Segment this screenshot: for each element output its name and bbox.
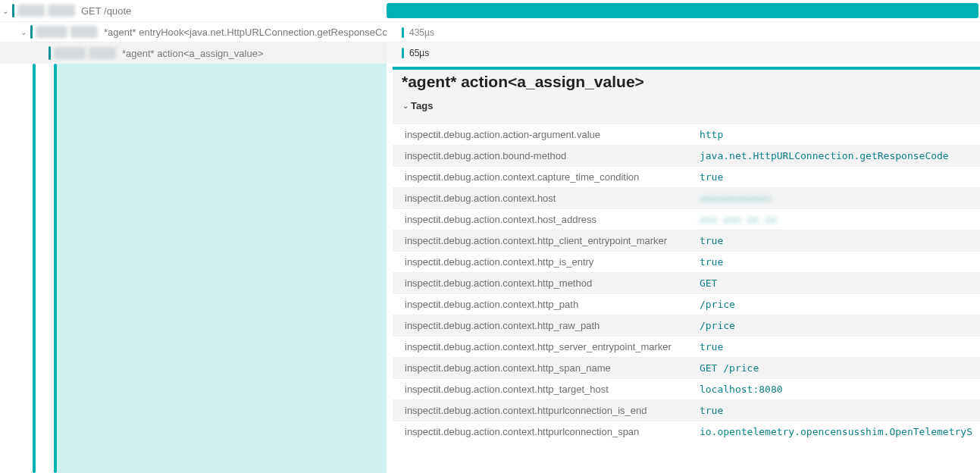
tag-key: inspectit.debug.action.bound-method bbox=[393, 146, 692, 167]
tree-fill bbox=[57, 64, 387, 473]
tag-row[interactable]: inspectit.debug.action.action-argument.v… bbox=[393, 124, 980, 146]
tag-value: io.opentelemetry.opencensusshim.OpenTele… bbox=[692, 421, 980, 443]
span-row[interactable]: ⌄ xxxx xxxx GET /quote bbox=[0, 0, 980, 21]
tag-row[interactable]: inspectit.debug.action.context.http_raw_… bbox=[393, 315, 980, 337]
tag-row[interactable]: inspectit.debug.action.context.hostxxxxx… bbox=[393, 188, 980, 209]
span-duration: 65µs bbox=[409, 48, 429, 58]
tag-row[interactable]: inspectit.debug.action.context.http_serv… bbox=[393, 337, 980, 358]
tag-row[interactable]: inspectit.debug.action.context.http_targ… bbox=[393, 379, 980, 400]
tag-row[interactable]: inspectit.debug.action.bound-methodjava.… bbox=[393, 146, 980, 167]
span-bar[interactable] bbox=[402, 48, 404, 58]
tag-key: inspectit.debug.action.context.http_meth… bbox=[393, 273, 692, 294]
tags-section-toggle[interactable]: ⌄ Tags bbox=[393, 99, 980, 116]
service-chip: xxxxx bbox=[54, 47, 86, 59]
tag-value: java.net.HttpURLConnection.getResponseCo… bbox=[692, 146, 980, 167]
tag-key: inspectit.debug.action.context.http_path bbox=[393, 294, 692, 315]
service-badge: xxxxx xxxx bbox=[54, 47, 116, 59]
tag-row[interactable]: inspectit.debug.action.context.http_clie… bbox=[393, 230, 980, 252]
chevron-down-icon: ⌄ bbox=[400, 102, 411, 110]
tag-key: inspectit.debug.action.context.httpurlco… bbox=[393, 421, 692, 443]
tag-key: inspectit.debug.action.context.httpurlco… bbox=[393, 400, 692, 421]
tag-key: inspectit.debug.action.action-argument.v… bbox=[393, 124, 692, 146]
tag-key: inspectit.debug.action.context.http_targ… bbox=[393, 379, 692, 400]
span-color-bar bbox=[49, 46, 51, 60]
span-row-selected[interactable]: xxxxx xxxx *agent* action<a_assign_value… bbox=[0, 42, 980, 64]
tag-value: /price bbox=[692, 315, 980, 337]
timeline: 435µs bbox=[387, 22, 980, 42]
tag-value: true bbox=[692, 400, 980, 421]
tag-row[interactable]: inspectit.debug.action.context.host_addr… bbox=[393, 209, 980, 230]
span-detail-panel: *agent* action<a_assign_value> ⌄ Tags in… bbox=[393, 67, 980, 442]
tag-value: true bbox=[692, 167, 980, 188]
tag-key: inspectit.debug.action.context.http_span… bbox=[393, 358, 692, 379]
tag-key: inspectit.debug.action.context.host_addr… bbox=[393, 209, 692, 230]
tag-key: inspectit.debug.action.context.http_clie… bbox=[393, 230, 692, 252]
tag-value: true bbox=[692, 230, 980, 252]
span-label: *agent* action<a_assign_value> bbox=[122, 48, 263, 59]
tag-value: http bbox=[692, 124, 980, 146]
span-duration: 435µs bbox=[409, 27, 434, 38]
service-chip: xxxx bbox=[48, 5, 75, 17]
service-chip: xxxxx bbox=[36, 26, 67, 38]
span-color-bar bbox=[30, 25, 33, 39]
span-bar[interactable] bbox=[402, 27, 404, 38]
tag-value: true bbox=[692, 337, 980, 358]
tag-row[interactable]: inspectit.debug.action.context.httpurlco… bbox=[393, 421, 980, 443]
tag-row[interactable]: inspectit.debug.action.context.httpurlco… bbox=[393, 400, 980, 421]
tag-value: localhost:8080 bbox=[692, 379, 980, 400]
tag-row[interactable]: inspectit.debug.action.context.capture_t… bbox=[393, 167, 980, 188]
tag-row[interactable]: inspectit.debug.action.context.http_span… bbox=[393, 358, 980, 379]
span-bar[interactable] bbox=[387, 3, 978, 18]
tag-value: xxxxxxxxxxxx bbox=[692, 188, 980, 209]
tree-guide bbox=[54, 64, 57, 473]
tag-value: GET /price bbox=[692, 358, 980, 379]
tag-row[interactable]: inspectit.debug.action.context.http_path… bbox=[393, 294, 980, 315]
service-badge: xxxx xxxx bbox=[17, 5, 75, 17]
span-row[interactable]: ⌄ xxxxx xxxx *agent* entryHook<java.net.… bbox=[0, 21, 980, 42]
chevron-down-icon[interactable]: ⌄ bbox=[18, 28, 29, 36]
tag-value: true bbox=[692, 252, 980, 273]
tag-row[interactable]: inspectit.debug.action.context.http_meth… bbox=[393, 273, 980, 294]
service-chip: xxxx bbox=[70, 26, 98, 38]
timeline: 65µs bbox=[387, 42, 980, 64]
span-label: GET /quote bbox=[81, 5, 131, 17]
timeline bbox=[387, 0, 980, 21]
service-chip: xxxx bbox=[17, 5, 45, 17]
service-chip: xxxx bbox=[89, 47, 116, 59]
tag-value: GET bbox=[692, 273, 980, 294]
service-badge: xxxxx xxxx bbox=[36, 26, 98, 38]
tree-guide bbox=[33, 64, 36, 473]
tags-heading: Tags bbox=[411, 100, 433, 111]
tag-row[interactable]: inspectit.debug.action.context.http_is_e… bbox=[393, 252, 980, 273]
tag-key: inspectit.debug.action.context.http_raw_… bbox=[393, 315, 692, 337]
chevron-down-icon[interactable]: ⌄ bbox=[0, 7, 11, 15]
span-detail-title: *agent* action<a_assign_value> bbox=[393, 70, 980, 99]
tag-key: inspectit.debug.action.context.http_serv… bbox=[393, 337, 692, 358]
tag-value: /price bbox=[692, 294, 980, 315]
span-color-bar bbox=[12, 4, 14, 17]
tag-key: inspectit.debug.action.context.http_is_e… bbox=[393, 252, 692, 273]
tag-key: inspectit.debug.action.context.host bbox=[393, 188, 692, 209]
span-label: *agent* entryHook<java.net.HttpURLConnec… bbox=[104, 27, 387, 38]
tag-key: inspectit.debug.action.context.capture_t… bbox=[393, 167, 692, 188]
tags-table: inspectit.debug.action.action-argument.v… bbox=[393, 124, 980, 442]
tag-value: xxx xxx xx xx bbox=[692, 209, 980, 230]
